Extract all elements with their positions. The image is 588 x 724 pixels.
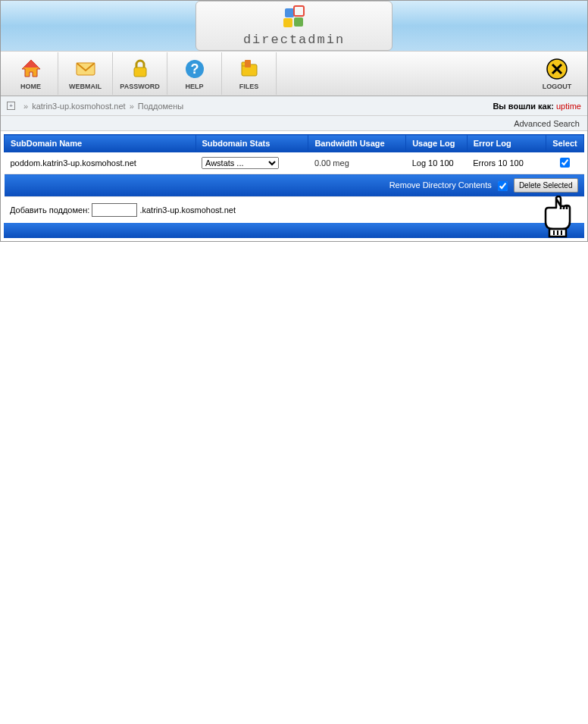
table-row: poddom.katrin3-up.kosmohost.net Awstats … [5,152,584,174]
usage-log-link[interactable]: Log 10 100 [412,158,454,168]
add-subdomain-form: Добавить поддомен: .katrin3-up.kosmohost… [4,197,584,223]
mail-icon [74,57,98,81]
expand-icon[interactable]: + [7,102,15,110]
nav-home-label: HOME [20,83,41,90]
logo-box: directadmin [195,1,393,51]
subdomain-table: SubDomain Name Subdomain Stats Bandwidth… [4,134,584,197]
error-log-link[interactable]: Errors 10 100 [473,158,524,168]
nav-help[interactable]: ? HELP [167,52,222,95]
col-bandwidth[interactable]: Bandwidth Usage [308,135,406,152]
col-error-log[interactable]: Error Log [467,135,546,152]
nav-files-label: FILES [239,83,259,90]
home-icon [19,57,43,81]
help-icon: ? [183,57,207,81]
nav-help-label: HELP [185,83,203,90]
breadcrumb-domain[interactable]: katrin3-up.kosmohost.net [32,102,126,111]
nav-webmail-label: WEBMAIL [69,83,102,90]
breadcrumb: + » katrin3-up.kosmohost.net » Поддомены… [1,96,587,116]
subdomain-input[interactable] [92,203,137,217]
nav-home[interactable]: HOME [4,52,58,95]
breadcrumb-page[interactable]: Поддомены [138,102,183,111]
subdomain-link[interactable]: poddom.katrin3-up.kosmohost.net [11,158,136,168]
remove-dir-label: Remove Directory Contents [389,180,492,190]
nav-files[interactable]: FILES [222,52,277,95]
nav-logout-label: LOGOUT [543,83,572,90]
svg-rect-1 [294,6,304,16]
bandwidth-value: 0.00 meg [308,152,406,174]
advanced-search-link[interactable]: Advanced Search [514,119,580,128]
nav-password-label: PASSWORD [120,83,159,90]
nav-logout[interactable]: LOGOUT [530,52,584,95]
header-banner: directadmin [1,1,587,51]
svg-rect-0 [285,8,294,17]
submit-bar [4,223,584,238]
login-as-label: Вы вошли как: uptime [493,102,581,111]
remove-dir-checkbox[interactable] [498,181,508,191]
svg-text:?: ? [190,61,199,77]
delete-selected-button[interactable]: Delete Selected [514,178,578,193]
col-select[interactable]: Select [546,135,584,152]
svg-rect-2 [283,18,292,27]
domain-suffix: .katrin3-up.kosmohost.net [139,205,236,215]
nav-webmail[interactable]: WEBMAIL [58,52,113,95]
advanced-search-row: Advanced Search [1,116,587,131]
lock-icon [128,57,152,81]
col-name[interactable]: SubDomain Name [5,135,196,152]
add-label: Добавить поддомен: [10,205,89,215]
col-stats[interactable]: Subdomain Stats [195,135,308,152]
svg-rect-3 [294,17,303,27]
svg-rect-12 [245,60,251,67]
row-select-checkbox[interactable] [560,158,570,168]
nav-password[interactable]: PASSWORD [113,52,167,95]
svg-rect-7 [134,67,146,77]
files-icon [237,57,261,81]
action-row: Remove Directory Contents Delete Selecte… [5,174,584,197]
col-usage-log[interactable]: Usage Log [406,135,467,152]
login-username: uptime [556,102,581,111]
main-navbar: HOME WEBMAIL PASSWORD ? HELP FILES LOGOU… [1,51,587,96]
brand-text: directadmin [243,33,345,47]
svg-marker-5 [23,60,39,67]
logout-icon [545,57,569,81]
stats-select[interactable]: Awstats ... [202,157,279,169]
directadmin-logo-icon [282,5,306,31]
